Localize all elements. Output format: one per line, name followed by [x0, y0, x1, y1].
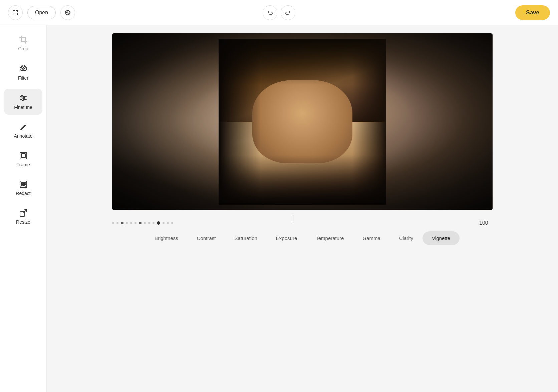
open-button[interactable]: Open: [27, 6, 56, 19]
tab-exposure[interactable]: Exposure: [267, 231, 306, 245]
tab-clarity[interactable]: Clarity: [390, 231, 423, 245]
bottom-tabs: Brightness Contrast Saturation Exposure …: [55, 226, 550, 248]
svg-point-6: [21, 96, 23, 97]
annotate-icon: [19, 123, 28, 131]
history-icon: [64, 9, 71, 16]
slider-dot-7: [139, 222, 142, 224]
slider-dot-1: [112, 222, 114, 224]
sidebar-item-label-crop: Crop: [18, 46, 28, 51]
svg-point-7: [23, 97, 25, 99]
slider-track-container[interactable]: 100: [112, 220, 493, 226]
slider-dot-5: [130, 222, 132, 224]
redo-icon: [285, 9, 291, 16]
header-left: Open: [8, 5, 75, 20]
sidebar-item-label-resize: Resize: [16, 219, 30, 225]
svg-rect-10: [21, 154, 25, 158]
history-button[interactable]: [60, 5, 75, 20]
resize-icon: [19, 209, 28, 217]
main-layout: Crop Filter: [0, 25, 558, 392]
portrait-inner: [219, 39, 386, 205]
slider-dot-2: [116, 222, 118, 224]
slider-dot-10: [153, 222, 155, 224]
slider-dot-13: [167, 222, 169, 224]
portrait-bg: [112, 33, 493, 210]
slider-dot-3: [121, 222, 123, 224]
fullscreen-button[interactable]: [8, 5, 23, 20]
sidebar-item-label-redact: Redact: [16, 191, 30, 196]
sidebar-item-crop[interactable]: Crop: [4, 31, 42, 56]
tab-gamma[interactable]: Gamma: [353, 231, 389, 245]
fullscreen-icon: [12, 9, 19, 16]
redact-icon: [19, 180, 28, 189]
header-center: [263, 5, 295, 20]
slider-dot-12: [163, 222, 165, 224]
slider-dot-4: [126, 222, 128, 224]
header-right: Save: [515, 5, 550, 20]
finetune-icon: [19, 93, 28, 103]
sidebar-item-finetune[interactable]: Finetune: [4, 89, 42, 115]
tab-temperature[interactable]: Temperature: [306, 231, 353, 245]
slider-dot-6: [134, 222, 136, 224]
slider-dot-11: [157, 221, 160, 225]
slider-dot-8: [144, 222, 146, 224]
sidebar-item-frame[interactable]: Frame: [4, 147, 42, 172]
svg-point-8: [22, 99, 23, 101]
tab-saturation[interactable]: Saturation: [225, 231, 266, 245]
redo-button[interactable]: [281, 5, 295, 20]
content-area: 100 Brightness Contrast Saturation Expos…: [47, 25, 558, 392]
sidebar-item-filter[interactable]: Filter: [4, 59, 42, 85]
sidebar-item-label-annotate: Annotate: [14, 133, 32, 139]
sidebar-item-label-finetune: Finetune: [14, 105, 32, 110]
header: Open Save: [0, 0, 558, 25]
filter-icon: [19, 64, 28, 73]
undo-button[interactable]: [263, 5, 277, 20]
slider-dot-14: [171, 222, 173, 224]
tab-vignette[interactable]: Vignette: [423, 231, 460, 245]
sidebar-item-annotate[interactable]: Annotate: [4, 118, 42, 143]
image-canvas: [112, 33, 493, 210]
sidebar-item-label-frame: Frame: [16, 162, 30, 167]
undo-icon: [267, 9, 273, 16]
slider-dot-9: [148, 222, 150, 224]
crop-icon: [19, 35, 28, 44]
sidebar-item-redact[interactable]: Redact: [4, 175, 42, 201]
tab-contrast[interactable]: Contrast: [188, 231, 225, 245]
sidebar: Crop Filter: [0, 25, 47, 392]
frame-icon: [19, 151, 28, 160]
save-button[interactable]: Save: [515, 5, 550, 20]
sidebar-item-resize[interactable]: Resize: [4, 204, 42, 229]
slider-value: 100: [479, 220, 493, 226]
sidebar-item-label-filter: Filter: [18, 75, 28, 81]
slider-area: 100: [112, 220, 493, 226]
tab-brightness[interactable]: Brightness: [145, 231, 188, 245]
